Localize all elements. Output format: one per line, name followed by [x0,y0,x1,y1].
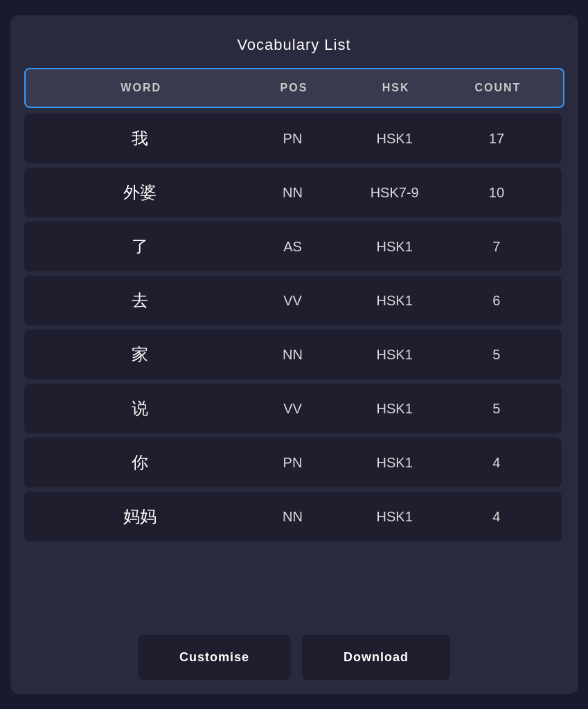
cell-pos: NN [242,347,344,363]
cell-pos: VV [242,293,344,309]
table-row: 妈妈 NN HSK1 4 [24,492,562,541]
header-hsk: HSK [345,82,447,94]
table-row: 你 PN HSK1 4 [24,438,562,487]
cell-count: 7 [445,239,547,255]
table-row: 了 AS HSK1 7 [24,222,562,271]
table-header: WORD POS HSK COUNT [24,68,564,108]
header-count: COUNT [447,82,549,94]
cell-hsk: HSK1 [344,347,445,363]
cell-pos: VV [242,401,344,417]
cell-hsk: HSK1 [344,239,445,255]
cell-pos: NN [242,509,344,525]
cell-word: 我 [38,127,242,150]
table-body: 我 PN HSK1 17 外婆 NN HSK7-9 10 了 AS HSK1 7… [24,114,564,541]
table-row: 去 VV HSK1 6 [24,276,562,325]
cell-hsk: HSK1 [344,401,445,417]
footer-buttons: Customise Download [24,635,564,680]
cell-hsk: HSK1 [344,455,445,471]
download-button[interactable]: Download [302,635,450,680]
modal-title: Vocabulary List [24,36,564,54]
header-word: WORD [39,82,243,94]
cell-pos: NN [242,185,344,201]
cell-word: 去 [38,289,242,312]
cell-count: 5 [445,347,547,363]
modal-container: Vocabulary List WORD POS HSK COUNT 我 PN … [10,15,578,694]
table-row: 说 VV HSK1 5 [24,384,562,433]
cell-count: 5 [445,401,547,417]
cell-hsk: HSK1 [344,293,445,309]
table-row: 外婆 NN HSK7-9 10 [24,168,562,217]
cell-count: 17 [445,131,547,147]
cell-word: 外婆 [38,181,242,204]
cell-hsk: HSK1 [344,509,445,525]
cell-hsk: HSK7-9 [344,185,445,201]
cell-pos: PN [242,455,344,471]
cell-word: 妈妈 [38,505,242,528]
header-pos: POS [243,82,345,94]
table-row: 家 NN HSK1 5 [24,330,562,379]
cell-word: 了 [38,235,242,258]
table-wrapper: WORD POS HSK COUNT 我 PN HSK1 17 外婆 NN HS… [24,68,564,617]
cell-word: 说 [38,397,242,420]
cell-word: 家 [38,343,242,366]
cell-pos: PN [242,131,344,147]
cell-pos: AS [242,239,344,255]
cell-hsk: HSK1 [344,131,445,147]
cell-count: 4 [445,509,547,525]
customise-button[interactable]: Customise [138,635,291,680]
cell-count: 4 [445,455,547,471]
cell-count: 10 [445,185,547,201]
table-row: 我 PN HSK1 17 [24,114,562,163]
cell-count: 6 [445,293,547,309]
cell-word: 你 [38,451,242,474]
